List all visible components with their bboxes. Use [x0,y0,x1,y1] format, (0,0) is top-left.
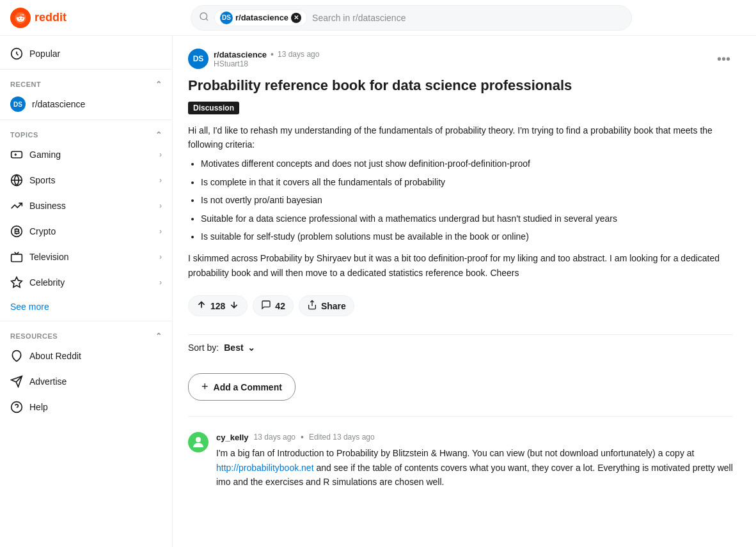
sidebar-item-advertise[interactable]: Advertise [0,369,172,394]
action-bar: 128 42 [188,290,733,321]
comment-separator: • [301,432,304,442]
post-more-button[interactable]: ••• [714,49,733,69]
post-flair[interactable]: Discussion [188,102,239,114]
sidebar-item-business[interactable]: Business › [0,193,172,219]
television-expand-icon: › [159,252,162,261]
divider-2 [0,119,172,120]
reddit-logo-text: reddit [35,11,67,24]
comment-0-link[interactable]: http://probabilitybook.net [216,463,314,473]
sort-bar: Sort by: Best ⌄ [188,334,733,360]
sort-label: Sort by: [188,343,219,353]
comment-button[interactable]: 42 [253,295,294,316]
recent-datascience-label: r/datascience [32,99,85,109]
upvote-count: 128 [210,301,225,311]
sidebar-item-popular[interactable]: Popular [0,41,172,66]
comment-0-age: 13 days ago [254,433,295,442]
sort-chevron-icon: ⌄ [248,343,255,353]
main-content: DS r/datascience • 13 days ago HStuart18… [173,36,756,547]
reddit-logo-icon [10,8,31,28]
comment-0-text-before: I'm a big fan of Introduction to Probabi… [216,448,694,458]
search-placeholder: Search in r/datascience [312,13,406,23]
post-body-intro: Hi all, I'd like to rehash my understand… [188,123,733,152]
svg-point-13 [196,437,201,442]
search-icon [199,12,209,24]
comment-0-author[interactable]: cy_kelly [216,433,249,442]
search-tag-close-icon[interactable]: ✕ [291,13,301,23]
criteria-item-3: Suitable for a data science professional… [201,212,733,226]
sidebar-item-about-reddit[interactable]: About Reddit [0,343,172,369]
about-reddit-label: About Reddit [29,351,81,361]
share-icon [307,300,317,312]
business-expand-icon: › [159,201,162,210]
sort-value: Best [224,343,243,353]
search-tag-label: r/datascience [235,13,288,22]
criteria-item-1: Is complete in that it covers all the fu… [201,175,733,189]
post-separator: • [271,49,274,59]
help-icon [10,401,23,413]
sidebar-item-crypto[interactable]: Crypto › [0,219,172,244]
criteria-item-0: Motivates different concepts and does no… [201,157,733,171]
comment-icon [261,300,271,312]
sidebar-item-datascience[interactable]: DS r/datascience [0,91,172,117]
sidebar-item-celebrity[interactable]: Celebrity › [0,270,172,295]
search-bar[interactable]: DS r/datascience ✕ Search in r/datascien… [191,5,632,31]
sidebar-item-sports[interactable]: Sports › [0,167,172,193]
search-tag-ds-badge: DS [220,12,233,24]
share-button[interactable]: Share [299,295,354,316]
divider-1 [0,69,172,70]
sidebar-item-help[interactable]: Help [0,394,172,420]
gaming-label: Gaming [29,150,61,160]
post-age: 13 days ago [278,50,319,59]
share-label: Share [321,301,346,311]
help-label: Help [29,402,48,412]
add-comment-button[interactable]: + Add a Comment [188,373,295,401]
crypto-icon [10,225,23,238]
svg-point-1 [200,13,207,20]
topics-chevron-icon[interactable]: ⌃ [155,130,162,139]
header: reddit DS r/datascience ✕ Search in r/da… [0,0,756,36]
comment-0-body: cy_kelly 13 days ago • Edited 13 days ag… [216,432,733,489]
recent-section-header: RECENT ⌃ [0,72,172,91]
post-body: Hi all, I'd like to rehash my understand… [188,123,733,281]
sidebar-item-gaming[interactable]: Gaming › [0,142,172,167]
search-tag[interactable]: DS r/datascience ✕ [214,10,307,26]
see-more[interactable]: See more [0,295,172,318]
svg-rect-8 [12,254,22,262]
layout: Popular RECENT ⌃ DS r/datascience TOPICS… [0,36,756,547]
television-label: Television [29,252,68,262]
topics-section-header: TOPICS ⌃ [0,123,172,142]
criteria-item-4: Is suitable for self-study (problem solu… [201,229,733,243]
resources-chevron-icon[interactable]: ⌃ [155,332,162,341]
add-comment-label: Add a Comment [214,382,282,392]
business-label: Business [29,201,66,211]
gaming-expand-icon: › [159,150,162,159]
add-icon: + [201,380,209,394]
crypto-expand-icon: › [159,227,162,236]
upvote-icon [196,300,207,312]
criteria-item-2: Is not overtly pro/anti bayesian [201,193,733,207]
ds-badge: DS [10,96,26,112]
crypto-label: Crypto [29,226,56,236]
sidebar-item-television[interactable]: Television › [0,244,172,270]
gaming-icon [10,148,23,161]
sidebar-popular-label: Popular [29,49,60,59]
comment-count: 42 [275,301,285,311]
post-subreddit-badge: DS [188,49,209,69]
reddit-logo[interactable]: reddit [10,8,67,28]
business-icon [10,199,23,212]
recent-chevron-icon[interactable]: ⌃ [155,80,162,89]
upvote-button[interactable]: 128 [188,295,248,316]
resources-section-header: RESOURCES ⌃ [0,324,172,343]
post-meta: DS r/datascience • 13 days ago HStuart18… [188,49,733,69]
post-subreddit-name[interactable]: r/datascience [214,50,267,59]
sort-select[interactable]: Best ⌄ [224,343,255,353]
celebrity-expand-icon: › [159,278,162,287]
post-author[interactable]: HStuart18 [214,59,319,68]
post-criteria-list: Motivates different concepts and does no… [201,157,733,243]
post-body-outro: I skimmed across Probability by Shiryaev… [188,251,733,280]
television-icon [10,250,23,263]
post-container: DS r/datascience • 13 days ago HStuart18… [173,36,748,507]
comments-divider [188,416,733,417]
sports-label: Sports [29,175,55,185]
advertise-icon [10,375,23,388]
